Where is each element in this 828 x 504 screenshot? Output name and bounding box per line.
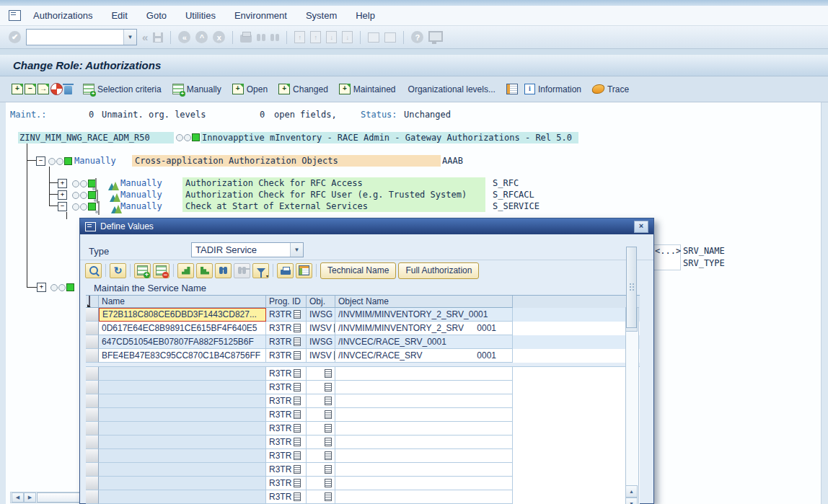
cell-object-name[interactable] — [335, 408, 513, 422]
cell-obj[interactable] — [307, 436, 335, 449]
cell-object-name[interactable] — [335, 490, 513, 504]
cell-name[interactable] — [99, 408, 266, 422]
cell-name[interactable] — [99, 449, 266, 463]
cell-prog-id[interactable]: R3TR — [266, 394, 307, 408]
enter-icon[interactable]: ✔ — [9, 31, 21, 43]
find-icon[interactable] — [257, 34, 260, 41]
object-text[interactable]: Authorization Check for RFC Access — [182, 177, 485, 189]
cell-name[interactable] — [99, 394, 266, 408]
cell-obj[interactable]: IWSV — [307, 349, 335, 363]
cell-obj[interactable] — [307, 408, 335, 422]
refresh-button[interactable]: ↻ — [110, 263, 126, 278]
row-selector[interactable] — [86, 394, 99, 408]
command-input[interactable] — [27, 30, 123, 44]
delete-icon[interactable] — [64, 86, 72, 94]
cell-name[interactable] — [99, 477, 266, 490]
command-dropdown-icon[interactable]: ▼ — [123, 30, 136, 45]
cell-obj[interactable]: IWSG — [307, 335, 335, 349]
cell-obj[interactable] — [307, 463, 335, 477]
row-selector[interactable] — [86, 436, 99, 449]
help-icon[interactable]: ? — [411, 31, 423, 43]
cell-object-name[interactable] — [335, 381, 513, 394]
technical-name-button[interactable]: Technical Name — [320, 262, 396, 279]
h-scroll-right-icon[interactable]: ▶ — [24, 492, 36, 503]
cell-object-name[interactable] — [335, 477, 513, 490]
type-dropdown[interactable]: TADIR Service ▼ — [191, 242, 304, 257]
row-selector[interactable] — [86, 490, 99, 504]
sap-screen-icon[interactable] — [9, 10, 21, 21]
cell-obj[interactable]: IWSV — [307, 322, 335, 335]
cell-prog-id[interactable]: R3TR — [266, 490, 307, 504]
object-text[interactable]: Check at Start of External Services — [182, 200, 485, 212]
cell-prog-id[interactable]: R3TR — [266, 449, 307, 463]
class-node-text[interactable]: Cross-application Authorization Objects — [132, 155, 441, 167]
cell-name[interactable]: 0D617E64EC8B9891CE615BF4F640E5 — [99, 322, 266, 335]
cell-prog-id[interactable]: R3TR — [266, 463, 307, 477]
select-all-header[interactable] — [86, 296, 99, 308]
print-button[interactable] — [277, 263, 294, 278]
object-expand-icon[interactable]: + — [58, 179, 67, 188]
insert-row-button[interactable] — [134, 263, 151, 278]
new-session-icon[interactable] — [368, 32, 379, 43]
cell-obj[interactable] — [307, 449, 335, 463]
node-expand-icon[interactable]: + — [37, 283, 46, 292]
dialog-title-bar[interactable]: Define Values × — [80, 218, 653, 234]
exit-icon[interactable]: ^ — [195, 31, 208, 43]
cell-name[interactable]: E72B118C808CE6DBD3F1443CD827... — [99, 308, 266, 322]
cell-prog-id[interactable]: R3TR — [266, 349, 307, 363]
delete-row-button[interactable] — [153, 263, 169, 278]
row-selector[interactable] — [86, 349, 99, 363]
open-button[interactable]: + Open — [232, 84, 268, 94]
object-expand-icon[interactable]: + — [58, 190, 67, 200]
class-node-collapse-icon[interactable]: − — [36, 156, 45, 166]
cell-object-name[interactable]: /INVCEC/RACE_SRV_0001 — [335, 335, 513, 349]
v-scrollbar-thumb[interactable] — [626, 247, 637, 328]
cell-object-name[interactable] — [335, 436, 513, 449]
cell-name[interactable] — [99, 490, 266, 504]
export-button[interactable] — [296, 263, 312, 278]
back-icon[interactable]: « — [178, 31, 190, 43]
row-selector[interactable] — [86, 449, 99, 463]
display-button[interactable] — [85, 263, 102, 278]
cell-name[interactable] — [99, 367, 266, 381]
delete-inactive-icon[interactable] — [50, 83, 63, 95]
cell-name[interactable]: BFE4EB47E83C95CC870C1B4C8756FF — [99, 349, 266, 363]
v-scrollbar-track[interactable] — [625, 307, 639, 504]
v-scroll-up-icon[interactable]: ▲ — [625, 485, 638, 498]
row-selector[interactable] — [86, 463, 99, 477]
insert-authorization-icon[interactable]: → — [38, 84, 49, 94]
row-selector[interactable] — [86, 308, 99, 322]
menu-help[interactable]: Help — [346, 10, 384, 21]
row-selector[interactable] — [86, 322, 99, 335]
menu-goto[interactable]: Goto — [137, 10, 176, 21]
cell-object-name[interactable]: /INVMIM/MINVENTORY_2_SRV0001 — [335, 322, 513, 335]
collapse-node-icon[interactable]: − — [25, 84, 36, 94]
menu-environment[interactable]: Environment — [225, 10, 296, 21]
object-collapse-icon[interactable]: − — [58, 202, 67, 211]
cell-object-name[interactable] — [335, 394, 513, 408]
column-header-name[interactable]: Name — [99, 296, 266, 308]
filter-button[interactable]: ▾ — [252, 263, 269, 278]
field-value[interactable]: <...> — [655, 246, 681, 256]
row-selector[interactable] — [86, 422, 99, 436]
last-page-icon[interactable]: ↓ — [342, 31, 353, 43]
dialog-close-button[interactable]: × — [634, 221, 648, 233]
cell-obj[interactable]: IWSG — [307, 308, 335, 322]
cell-name[interactable] — [99, 436, 266, 449]
sort-ascending-button[interactable] — [177, 263, 194, 278]
cell-obj[interactable] — [307, 394, 335, 408]
information-button[interactable]: i Information — [524, 84, 581, 94]
row-selector[interactable] — [86, 335, 99, 349]
cell-object-name[interactable] — [335, 449, 513, 463]
cell-prog-id[interactable]: R3TR — [266, 308, 307, 322]
cell-name[interactable] — [99, 381, 266, 394]
cell-obj[interactable] — [307, 367, 335, 381]
row-selector[interactable] — [86, 408, 99, 422]
cell-obj[interactable] — [307, 477, 335, 490]
role-name[interactable]: ZINV_MIM_NWG_RACE_ADM_R50 — [18, 132, 174, 143]
menu-utilities[interactable]: Utilities — [176, 10, 225, 21]
cell-prog-id[interactable]: R3TR — [266, 335, 307, 349]
column-header-obj[interactable]: Obj. — [307, 296, 335, 308]
previous-page-icon[interactable]: ↑ — [310, 31, 321, 43]
cancel-icon[interactable]: x — [213, 31, 225, 43]
